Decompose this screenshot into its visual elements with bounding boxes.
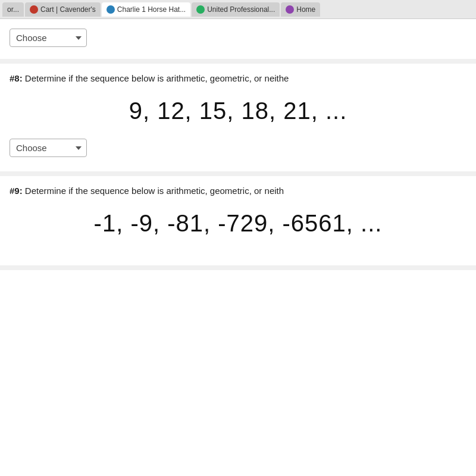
tab-home[interactable]: Home: [281, 2, 320, 17]
tab-charlie-icon: [107, 5, 115, 14]
question8-label: #8: Determine if the sequence below is a…: [10, 73, 466, 83]
question8-dropdown[interactable]: Choose Arithmetic Geometric Neither: [10, 139, 87, 157]
tab-home-icon: [286, 5, 294, 14]
main-content: Choose Arithmetic Geometric Neither #8: …: [0, 19, 476, 476]
tab-united-icon: [196, 5, 205, 14]
question9-sequence: -1, -9, -81, -729, -6561, ...: [10, 210, 466, 237]
question9-label-text: Determine if the sequence below is arith…: [23, 186, 284, 196]
tab-or-label: or...: [7, 5, 19, 14]
tab-cavenders[interactable]: Cart | Cavender's: [25, 2, 101, 17]
question8-sequence: 9, 12, 15, 18, 21, ...: [10, 98, 466, 124]
tab-charlie-label: Charlie 1 Horse Hat...: [117, 5, 186, 14]
question9-section: #9: Determine if the sequence below is a…: [0, 176, 476, 270]
tab-cavenders-label: Cart | Cavender's: [40, 5, 96, 14]
top-dropdown[interactable]: Choose Arithmetic Geometric Neither: [10, 29, 87, 47]
tab-home-label: Home: [296, 5, 315, 14]
tab-bar: or... Cart | Cavender's Charlie 1 Horse …: [0, 0, 476, 19]
question8-label-prefix: #8:: [10, 73, 23, 83]
tab-or[interactable]: or...: [2, 2, 24, 17]
tab-charlie[interactable]: Charlie 1 Horse Hat...: [102, 2, 190, 17]
question8-section: #8: Determine if the sequence below is a…: [0, 64, 476, 176]
question9-label: #9: Determine if the sequence below is a…: [10, 186, 466, 196]
top-section: Choose Arithmetic Geometric Neither: [0, 19, 476, 64]
tab-cavenders-icon: [30, 5, 38, 14]
tab-united-label: United Professional...: [207, 5, 275, 14]
question8-label-text: Determine if the sequence below is arith…: [23, 73, 289, 83]
question9-label-prefix: #9:: [10, 186, 23, 196]
tab-united[interactable]: United Professional...: [192, 2, 280, 17]
